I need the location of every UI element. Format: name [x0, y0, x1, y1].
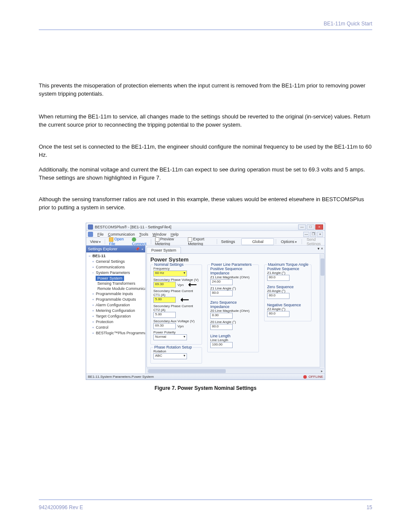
paragraph-3: Once the test set is connected to the BE… — [39, 143, 372, 159]
vscroll-thumb[interactable] — [321, 258, 324, 276]
legend-torque: Maximum Torque Angle — [267, 262, 309, 267]
tree-root[interactable]: − BE1-11 — [86, 253, 145, 259]
input-z1-angle[interactable]: 80.0 — [210, 290, 233, 296]
toolbar-global-tab[interactable]: Global — [241, 238, 274, 245]
label-positive-seq-impedance: Positive Sequence Impedance — [210, 267, 243, 275]
pin-icon[interactable]: 📌 — [135, 247, 140, 251]
tree-alarm-configuration[interactable]: + Alarm Configuration — [86, 302, 145, 308]
label-torque-positive-seq: Positive Sequence — [267, 267, 299, 271]
export-icon — [188, 237, 192, 242]
menu-communication[interactable]: Communication — [108, 232, 135, 236]
group-phase-rotation: Phase Rotation Setup Rotation ABC — [150, 347, 202, 364]
label-torque-zero-seq: Zero Sequence — [267, 285, 294, 289]
panel-close-icon[interactable]: × — [141, 247, 143, 251]
app-icon — [88, 224, 93, 230]
input-torque-z2-angle[interactable]: 80.0 — [267, 311, 290, 317]
input-line-length[interactable]: 100.00 — [210, 342, 233, 348]
title-bar[interactable]: BESTCOMSPlus® - [BE1-11 - SettingsFile4]… — [86, 223, 325, 231]
select-rotation[interactable]: ABC — [153, 353, 187, 359]
unit-vpn-2: Vpn — [177, 324, 184, 328]
tree-remote-module-comm[interactable]: Remote Module Communications — [86, 286, 145, 291]
tab-close-icon[interactable]: × — [321, 246, 323, 251]
paragraph-1: This prevents the misoperation of protec… — [39, 82, 372, 98]
label-torque-negative-seq: Negative Sequence — [267, 303, 301, 307]
tree-metering-configuration[interactable]: + Metering Configuration — [86, 308, 145, 314]
input-z1-magnitude[interactable]: 24.00 — [210, 279, 233, 285]
menu-icon — [88, 232, 93, 237]
group-nominal-settings: Nominal Settings Frequency 60 Hz Seconda… — [150, 264, 202, 345]
page-footer-left: 9424200996 Rev E — [39, 504, 83, 510]
toolbar-view[interactable]: View — [88, 239, 103, 245]
folder-icon — [109, 237, 113, 242]
settings-explorer-panel: Settings Explorer 📌 × − BE1-11 + General… — [86, 246, 146, 373]
maximize-button[interactable]: □ — [307, 224, 314, 230]
status-offline: OFFLINE — [308, 375, 323, 379]
tree-target-configuration[interactable]: + Target Configuration — [86, 314, 145, 319]
label-sec-phase-voltage: Secondary Phase Voltage (V) — [153, 278, 199, 282]
tree-bestlogic[interactable]: + BESTlogic™Plus Programmable Logic — [86, 330, 145, 336]
page-footer-right: 15 — [367, 504, 372, 510]
tree-general-settings[interactable]: + General Settings — [86, 259, 145, 264]
input-sec-phase-voltage[interactable]: 69.30 — [153, 282, 176, 288]
page-header-right: BE1-11m Quick Start — [324, 21, 372, 27]
label-torque-z2-angle: Z2 Angle (°) — [267, 307, 308, 311]
toolbar-settings[interactable]: Settings — [219, 239, 237, 245]
label-sec-phase-current-ct2: Secondary Phase Current CT2 (A) — [153, 304, 199, 312]
settings-tree[interactable]: − BE1-11 + General Settings + Communicat… — [86, 252, 145, 373]
settings-explorer-header[interactable]: Settings Explorer 📌 × — [86, 246, 145, 252]
label-frequency: Frequency — [153, 267, 199, 271]
paragraph-2: When returning the BE1-11m to service, a… — [39, 113, 372, 129]
close-button[interactable]: × — [315, 224, 323, 230]
toolbar: View Open File Connect Preview Metering … — [86, 238, 325, 246]
label-sec-aux-voltage: Secondary Aux Voltage (V) — [153, 319, 199, 323]
input-z0-angle[interactable]: 80.0 — [210, 324, 233, 330]
label-power-polarity: Power Polarity — [153, 330, 199, 334]
tree-system-parameters[interactable]: − System Parameters — [86, 270, 145, 276]
menu-tools[interactable]: Tools — [139, 232, 148, 236]
tree-programmable-outputs[interactable]: + Programmable Outputs — [86, 297, 145, 302]
legend-pline: Power Line Parameters — [210, 262, 252, 267]
hscroll-right-arrow[interactable]: ▸ — [320, 369, 324, 374]
connect-icon — [132, 237, 136, 242]
tree-sensing-transformers[interactable]: Sensing Transformers — [86, 281, 145, 286]
tab-power-system[interactable]: Power System — [146, 247, 181, 253]
select-power-polarity[interactable]: Normal — [153, 334, 187, 340]
menu-help[interactable]: Help — [171, 232, 179, 236]
toolbar-options[interactable]: Options — [279, 239, 299, 245]
preview-icon — [155, 237, 159, 242]
tab-strip: Power System ▾ × — [146, 246, 325, 253]
input-torque-z1-angle[interactable]: 80.0 — [267, 275, 290, 281]
input-z0-magnitude[interactable]: 8.00 — [210, 313, 233, 319]
group-power-line-parameters: Power Line Parameters Positive Sequence … — [207, 264, 259, 352]
label-zero-seq-impedance: Zero Sequence Impedance — [210, 300, 237, 309]
status-path: BE1-11.System Parameters.Power System — [88, 375, 154, 379]
legend-nominal: Nominal Settings — [153, 262, 184, 267]
group-max-torque-angle: Maximum Torque Angle Positive Sequence Z… — [264, 264, 311, 321]
hscroll-thumb[interactable] — [148, 369, 226, 373]
input-sec-phase-current-ct2[interactable]: 5.00 — [153, 312, 176, 318]
horizontal-scrollbar[interactable]: ◂ ▸ — [146, 368, 324, 373]
unit-vpn-1: Vpn — [177, 283, 184, 287]
menu-window[interactable]: Window — [153, 232, 166, 236]
label-line-length-heading: Line Length — [210, 334, 230, 338]
paragraph-4: Additionally, the nominal voltage and cu… — [39, 166, 372, 182]
tree-control[interactable]: + Control — [86, 325, 145, 330]
tree-communications[interactable]: + Communications — [86, 264, 145, 270]
input-torque-z0-angle[interactable]: 80.0 — [267, 293, 290, 299]
vertical-scrollbar[interactable] — [320, 254, 325, 367]
tree-programmable-inputs[interactable]: + Programmable Inputs — [86, 291, 145, 297]
page-heading: Power System — [150, 256, 320, 263]
app-window: BESTCOMSPlus® - [BE1-11 - SettingsFile4]… — [86, 223, 325, 380]
input-sec-phase-current-ct1[interactable]: 5.00 — [153, 297, 176, 303]
menu-file[interactable]: File — [97, 232, 104, 236]
label-z0-magnitude: Z0 Line Magnitude (Ohm) — [210, 309, 256, 313]
settings-explorer-title: Settings Explorer — [88, 247, 118, 251]
label-torque-z0-angle: Z0 Angle (°) — [267, 289, 308, 293]
minimize-button[interactable]: — — [298, 224, 306, 230]
tree-protection[interactable]: + Protection — [86, 319, 145, 325]
input-sec-aux-voltage[interactable]: 69.30 — [153, 323, 176, 329]
tab-dropdown-icon[interactable]: ▾ — [318, 246, 320, 251]
tree-power-system[interactable]: Power System — [96, 276, 124, 281]
paragraph-5: Although the sensing transformer ratios … — [39, 196, 372, 212]
select-frequency[interactable]: 60 Hz — [153, 271, 187, 277]
